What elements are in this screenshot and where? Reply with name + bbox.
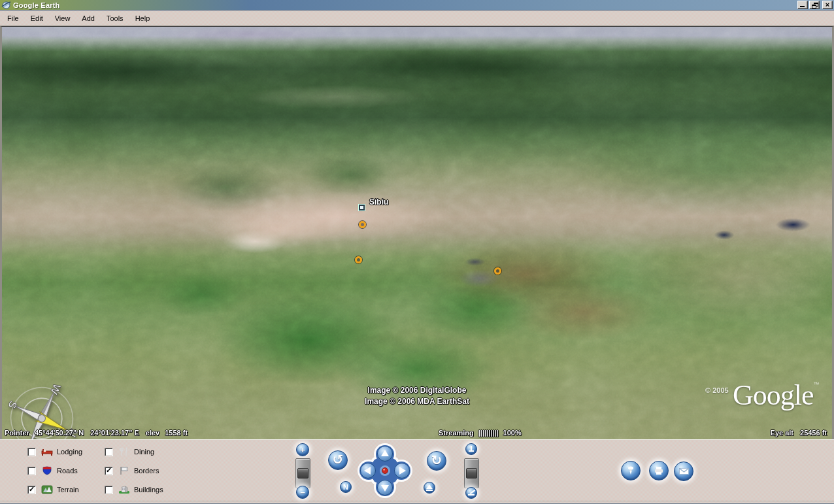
menu-bar: File Edit View Add Tools Help [0,10,834,26]
email-button[interactable] [674,462,693,481]
elevation-value: 1558 ft [165,429,188,437]
lodging-checkbox[interactable] [27,448,36,456]
pan-right-button[interactable] [395,463,410,479]
google-logo-text: Google [733,379,814,411]
rotate-cw-icon: ↻ [431,452,442,468]
bed-icon [41,447,53,456]
rotate-clockwise-button[interactable]: ↻ [427,451,446,471]
layer-lodging: Lodging [27,446,82,457]
map-3d-view[interactable]: Sibiu N E S W Image © 2006 Digital [0,26,834,439]
attribution-line-2: Image © 2006 MDA EarthSat [365,396,469,407]
google-earth-window: Google Earth × File Edit View Add Tools … [0,0,834,504]
rotate-counterclockwise-button[interactable]: ↺ [328,450,348,470]
menu-tools[interactable]: Tools [101,12,129,25]
zoom-out-button[interactable]: − [296,486,309,499]
terrain-icon [41,485,53,494]
dining-icon [118,447,130,456]
layer-dining: Dining [105,446,154,457]
tilt-slider[interactable] [464,458,479,488]
pointer-label: Pointer [5,429,29,437]
zoom-in-button[interactable]: + [296,443,309,456]
imagery-attribution: Image © 2006 DigitalGlobe Image © 2006 M… [365,385,469,407]
print-button[interactable] [649,461,669,480]
horizon-view-icon [467,490,475,496]
direction-pad[interactable] [358,443,412,498]
streaming-label: Streaming [439,429,474,437]
elevation-label: elev [146,429,159,437]
layer-label: Borders [134,467,159,475]
city-placemark-icon[interactable] [359,205,365,210]
pad-center-dot[interactable] [382,468,388,474]
layer-buildings: Buildings [105,484,163,495]
dining-checkbox[interactable] [105,448,113,456]
google-watermark: © 2005 Google™ [733,378,820,412]
terrain-checkbox[interactable]: ✓ [27,486,36,494]
zoom-slider-handle[interactable] [297,468,309,479]
menu-view[interactable]: View [49,12,76,25]
layer-label: Lodging [57,448,82,456]
north-up-button[interactable]: N [340,481,352,493]
attribution-line-1: Image © 2006 DigitalGlobe [365,385,469,396]
pan-up-button[interactable] [378,446,393,462]
road-shield-icon [41,466,53,475]
restore-button[interactable] [809,1,820,9]
layer-terrain: ✓ Terrain [27,484,79,495]
pointer-coordinates: Pointer45°44'50.27" N24°01'23.17" Eelev1… [5,429,188,437]
tilt-reset-icon [426,484,433,491]
layer-label: Terrain [57,486,79,494]
window-bottom-edge [0,501,834,504]
ring-placemark-3[interactable] [494,267,501,275]
layer-roads: Roads [27,465,78,476]
streaming-status: Streaming||||||||||100% [439,429,526,437]
status-bar: Pointer45°44'50.27" N24°01'23.17" Eelev1… [2,428,832,439]
email-icon [678,467,690,476]
flag-icon [118,466,130,475]
close-button[interactable]: × [822,1,833,9]
streaming-percent: 100% [503,429,522,437]
plus-icon: + [300,445,305,455]
google-earth-globe-icon [1,1,11,9]
buildings-checkbox[interactable] [105,486,113,494]
menu-add[interactable]: Add [76,12,101,25]
trademark-symbol: ™ [814,381,820,388]
pan-left-button[interactable] [361,463,376,479]
roads-checkbox[interactable] [27,467,36,475]
eye-alt-label: Eye alt [771,429,793,437]
zoom-slider[interactable] [295,458,310,488]
top-down-view-icon [468,446,475,452]
minus-icon: − [300,488,305,497]
pushpin-icon [626,465,636,476]
tilt-slider-handle[interactable] [466,468,477,479]
layer-borders: ✓ Borders [105,465,159,476]
control-panel: Lodging Dining Roads ✓ [0,439,834,501]
pointer-longitude: 24°01'23.17" E [90,429,139,437]
title-bar[interactable]: Google Earth × [0,0,834,10]
menu-edit[interactable]: Edit [25,12,49,25]
layer-label: Dining [134,448,154,456]
buildings-icon [118,485,130,494]
ring-placemark-2[interactable] [355,256,362,263]
ring-placemark-1[interactable] [359,221,366,228]
window-title: Google Earth [13,1,59,9]
add-placemark-button[interactable] [621,461,641,480]
eye-alt-value: 25456 ft [800,429,827,437]
menu-help[interactable]: Help [129,12,156,25]
pointer-latitude: 45°44'50.27" N [35,429,84,437]
tilt-top-down-button[interactable] [465,443,477,455]
close-icon: × [826,1,829,8]
menu-file[interactable]: File [1,12,25,25]
tilt-horizon-button[interactable] [465,487,477,499]
tilt-reset-button[interactable] [424,482,435,494]
rotate-ccw-icon: ↺ [333,452,344,467]
city-label[interactable]: Sibiu [369,197,388,207]
logo-copyright: © 2005 [705,386,729,394]
printer-icon [654,465,664,476]
borders-checkbox[interactable]: ✓ [105,467,113,475]
terrain-texture [2,27,832,439]
pan-down-button[interactable] [378,480,393,496]
layer-label: Roads [57,467,78,475]
layer-label: Buildings [134,486,163,494]
minimize-button[interactable] [797,1,808,9]
north-icon: N [343,483,348,491]
eye-altitude: Eye alt25456 ft [764,429,827,437]
